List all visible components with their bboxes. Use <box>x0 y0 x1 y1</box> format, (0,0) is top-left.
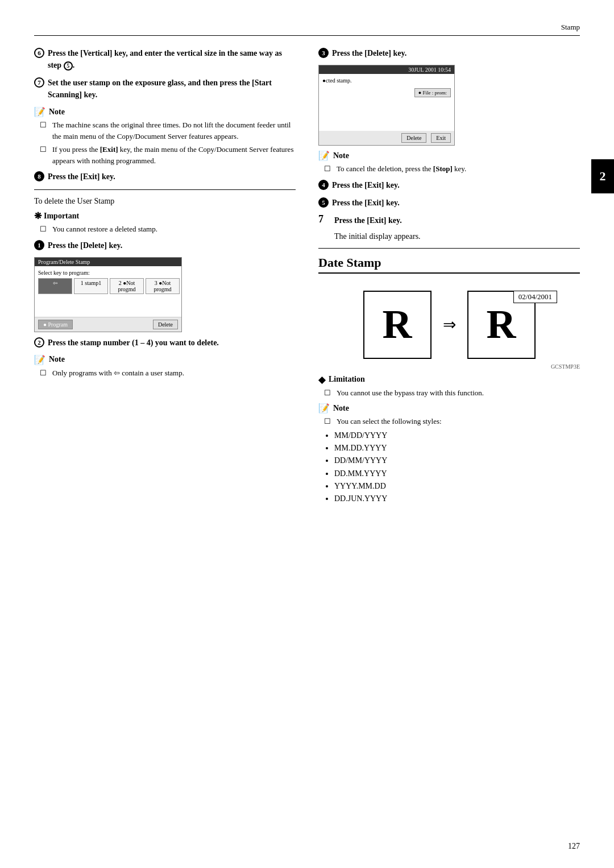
step-7: 7 Set the user stamp on the exposure gla… <box>34 77 296 101</box>
note-section-1: 📝 Note ☐ The machine scans the original … <box>34 106 296 166</box>
screen-large-mockup: 30JUL 2001 10:54 ●cted stamp. ● File : p… <box>318 65 455 146</box>
important-item-1: ☐ You cannot restore a deleted stamp. <box>34 224 296 235</box>
screen-large-delete-btn[interactable]: Delete <box>401 133 426 143</box>
note-section-3: 📝 Note ☐ To cancel the deletion, press t… <box>318 150 580 175</box>
step-1-delete-text: Press the [Delete] key. <box>48 239 122 251</box>
checkbox-icon-imp: ☐ <box>40 225 48 235</box>
step-4-delete-text: Press the [Exit] key. <box>332 179 400 191</box>
checkbox-icon-2a: ☐ <box>40 369 48 379</box>
step-3-delete: 3 Press the [Delete] key. <box>318 47 580 59</box>
limitation-item-1: ☐ You cannot use the bypass tray with th… <box>318 387 580 399</box>
date-stamp-section: Date Stamp 02/04/2001 R ⇒ R GCSTMP3E ◆ L <box>318 255 580 506</box>
screen-large-body-text: ●cted stamp. <box>322 77 451 84</box>
important-icon: ❋ <box>34 210 42 221</box>
screen-btn-delete[interactable]: Delete <box>153 320 178 329</box>
note-text-1a: The machine scans the original three tim… <box>52 119 296 142</box>
screen-large-spacer <box>322 102 451 125</box>
step-7-num: 7 <box>34 77 44 88</box>
note-item-3a: ☐ To cancel the deletion, press the [Sto… <box>318 163 580 175</box>
note-section-4: 📝 Note ☐ You can select the following st… <box>318 403 580 506</box>
screen-large-exit-btn[interactable]: Exit <box>431 133 451 143</box>
note-icon-1: 📝 <box>34 106 45 117</box>
note-item-4-intro: ☐ You can select the following styles: <box>318 416 580 427</box>
checkbox-icon-1b: ☐ <box>40 145 48 166</box>
page-container: Stamp 2 6 Press the [Vertical] key, and … <box>0 0 614 868</box>
screen-large-file-btn[interactable]: ● File : prom: <box>414 88 451 97</box>
chapter-tab: 2 <box>591 159 614 193</box>
date-stamp-title: Date Stamp <box>318 255 580 274</box>
screen-small-mockup: Program/Delete Stamp Select key to progr… <box>34 257 182 332</box>
note-text-4-intro: You can select the following styles: <box>337 416 442 427</box>
note-section-2: 📝 Note ☐ Only programs with ⇦ contain a … <box>34 354 296 379</box>
header-title: Stamp <box>561 23 580 32</box>
screen-small-titlebar: Program/Delete Stamp <box>35 258 181 266</box>
step-5-delete: 5 Press the [Exit] key. <box>318 197 580 209</box>
note-header-4: 📝 Note <box>318 403 580 414</box>
stamp-row-1: ⇦ 1 stamp1 2 ●Not progmd 3 ●Not progmd <box>38 278 178 294</box>
screen-btn-program[interactable]: ● Program <box>38 320 73 329</box>
stamp-box-left: R <box>363 291 432 359</box>
step-3-delete-num: 3 <box>318 48 329 58</box>
step-7-main: 7 Press the [Exit] key. <box>318 214 580 226</box>
screen-large-footer: Delete Exit <box>319 131 454 145</box>
note-header-2: 📝 Note <box>34 354 296 365</box>
divider-1 <box>34 189 296 190</box>
screen-small-subtitle: Select key to program: <box>38 270 178 276</box>
note-item-1b: ☐ If you press the [Exit] key, the main … <box>34 144 296 166</box>
step-8: 8 Press the [Exit] key. <box>34 171 296 183</box>
important-header: ❋ Important <box>34 210 296 221</box>
style-item-1: MM/DD/YYYY <box>334 429 580 442</box>
date-stamp-visual-wrapper: 02/04/2001 R ⇒ R GCSTMP3E <box>318 291 580 370</box>
step-4-delete: 4 Press the [Exit] key. <box>318 179 580 191</box>
step-6: 6 Press the [Vertical] key, and enter th… <box>34 47 296 71</box>
note-icon-2: 📝 <box>34 354 45 365</box>
style-item-4: DD.MM.YYYY <box>334 468 580 480</box>
date-stamp-date-label: 02/04/2001 <box>513 291 557 303</box>
screen-small-footer: ● Program Delete <box>35 317 181 332</box>
limitation-header: ◆ Limitation <box>318 374 580 385</box>
step-1-delete: 1 Press the [Delete] key. <box>34 239 296 251</box>
limitation-icon: ◆ <box>318 374 325 385</box>
note-text-1b: If you press the [Exit] key, the main me… <box>52 144 296 166</box>
step-8-text: Press the [Exit] key. <box>48 171 115 183</box>
screen-small-spacer <box>38 296 178 313</box>
important-text-1: You cannot restore a deleted stamp. <box>52 224 157 235</box>
important-label: Important <box>44 212 79 221</box>
style-item-3: DD/MM/YYYY <box>334 454 580 467</box>
note-header-1: 📝 Note <box>34 106 296 117</box>
step-2-delete-text: Press the stamp number (1 – 4) you want … <box>48 337 219 349</box>
step-2-delete-num: 2 <box>34 337 44 348</box>
style-item-6: DD.JUN.YYYY <box>334 493 580 505</box>
note-header-3: 📝 Note <box>318 150 580 161</box>
limitation-label: Limitation <box>329 375 365 384</box>
note-label-3: Note <box>333 151 349 160</box>
note-label-1: Note <box>49 108 65 117</box>
note-icon-4: 📝 <box>318 403 330 414</box>
step-6-num: 6 <box>34 48 44 58</box>
screen-large-titlebar: 30JUL 2001 10:54 <box>319 65 454 74</box>
step-5-delete-num: 5 <box>318 197 329 208</box>
left-column: 6 Press the [Vertical] key, and enter th… <box>34 47 296 510</box>
note-item-2a: ☐ Only programs with ⇦ contain a user st… <box>34 367 296 379</box>
stamp-cell-arrow: ⇦ <box>38 278 72 294</box>
step-2-delete: 2 Press the stamp number (1 – 4) you wan… <box>34 337 296 349</box>
styles-list: MM/DD/YYYY MM.DD.YYYY DD/MM/YYYY DD.MM.Y… <box>318 429 580 506</box>
step-5-delete-text: Press the [Exit] key. <box>332 197 400 209</box>
delete-subsection-title: To delete the User Stamp <box>34 197 296 206</box>
step-6-text: Press the [Vertical] key, and enter the … <box>48 47 296 71</box>
screen-small-body: Select key to program: ⇦ 1 stamp1 2 ●Not… <box>35 266 181 317</box>
note-text-2a: Only programs with ⇦ contain a user stam… <box>52 367 184 379</box>
note-icon-3: 📝 <box>318 150 330 161</box>
step-3-delete-text: Press the [Delete] key. <box>332 47 406 59</box>
page-header: Stamp <box>34 23 580 36</box>
checkbox-icon-3a: ☐ <box>324 164 332 175</box>
stamp-caption: GCSTMP3E <box>318 363 580 370</box>
note-item-1a: ☐ The machine scans the original three t… <box>34 119 296 142</box>
page-number: 127 <box>568 842 580 851</box>
checkbox-icon-lim: ☐ <box>324 388 332 399</box>
screen-large-body: ●cted stamp. ● File : prom: <box>319 74 454 131</box>
note-label-4: Note <box>333 404 349 413</box>
chapter-number: 2 <box>600 169 606 184</box>
stamp-cell-1: 1 stamp1 <box>74 278 108 294</box>
screen-large-file-area: ● File : prom: <box>322 88 451 97</box>
